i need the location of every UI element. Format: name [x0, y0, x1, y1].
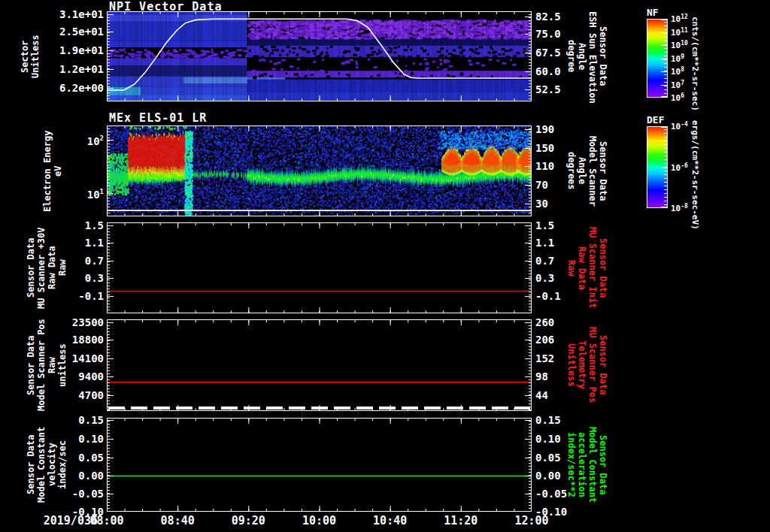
panel2-right-axis-label: Sensor Data Model Scanner Angle degrees: [566, 125, 608, 216]
panel2-left-axis-label: Electron Energy eV: [42, 125, 63, 216]
colorbar-name-nf: NF: [647, 7, 659, 18]
y2-axis-tick-label: 52.5: [535, 84, 561, 95]
colorbar-tick-label: 109: [671, 53, 684, 64]
y2-axis-tick-label: 206: [535, 334, 554, 345]
y2-axis-tick-label: 0.15: [535, 415, 561, 425]
x-tick-label: 08:40: [146, 514, 209, 527]
y2-axis-tick-label: 30: [535, 198, 548, 209]
y2-axis-tick-label: 67.5: [535, 47, 561, 58]
x-tick-label: 12:00: [500, 514, 563, 527]
x-tick-label: 11:20: [429, 514, 493, 527]
x-tick-label: 10:40: [359, 514, 422, 527]
y2-axis-tick-label: 44: [535, 390, 548, 401]
y-axis-tick-label: 1.2e+01: [50, 64, 104, 74]
colorbar-tick-label: 1010: [671, 40, 688, 51]
colorbar-tick-label: 10-8: [671, 203, 688, 214]
colorbar-nf: [647, 19, 668, 98]
y-axis-tick-label: 3.1e+01: [50, 9, 104, 20]
y2-axis-tick-label: 60.0: [535, 66, 561, 77]
y2-axis-tick-label: 152: [535, 353, 554, 364]
y2-axis-tick-label: 150: [535, 143, 554, 153]
quicklook-plot-figure: NPI Vector Data MEx ELS-01 LR 3.1e+012.5…: [0, 0, 770, 532]
y2-axis-tick-label: 1.5: [535, 220, 554, 231]
panel4-left-axis-label: Sensor Data Model Scanner Pos Raw unitle…: [26, 319, 68, 411]
x-tick-label: 09:20: [217, 514, 280, 527]
line-plot-2: [107, 222, 532, 313]
y2-axis-tick-label: 110: [535, 161, 554, 171]
y2-axis-tick-label: 190: [535, 124, 554, 135]
panel1-left-axis-label: Sector Unitless: [20, 11, 41, 101]
y2-axis-tick-label: 0.7: [535, 255, 554, 266]
els-spectrogram-plot: [107, 125, 532, 216]
panel2-title: MEx ELS-01 LR: [109, 111, 207, 125]
y2-axis-tick-label: 1.1: [535, 237, 554, 248]
y2-axis-tick-label: -0.05: [535, 488, 567, 499]
panel3-left-axis-label: Sensor Data MU Scanner +30V Raw Data Raw: [26, 222, 68, 313]
y2-axis-tick-label: 82.5: [535, 11, 561, 22]
y2-axis-tick-label: 0.05: [535, 452, 561, 463]
x-tick-label: 08:00: [75, 514, 138, 527]
colorbar-name-def: DEF: [647, 114, 664, 125]
y-axis-tick-label: 6.2e+00: [50, 83, 104, 93]
y2-axis-tick-label: 0.3: [535, 273, 554, 283]
x-tick-label: 10:00: [288, 514, 351, 527]
colorbar-tick-label: 10-6: [671, 162, 688, 173]
y2-axis-tick-label: 70: [535, 180, 548, 190]
colorbar-unit-def: ergs/(cm**2-sr-sec-eV): [690, 120, 699, 225]
line-plot-4: [107, 418, 532, 512]
y-axis-tick-label: 2.5e+01: [50, 26, 104, 37]
colorbar-tick-label: 1012: [671, 14, 688, 25]
y2-axis-tick-label: 0.10: [535, 434, 561, 444]
colorbar-tick-label: 108: [671, 66, 684, 77]
panel3-right-axis-label: Sensor Data MU Scanner Init Raw Data Raw: [566, 222, 608, 313]
panel5-left-axis-label: Sensor Data Model Constant velocity inde…: [26, 418, 68, 512]
y2-axis-tick-label: 0.00: [535, 470, 561, 481]
y-axis-tick-label: 1.9e+01: [50, 45, 104, 56]
panel1-right-axis-label: Sensor Data ESH Sun Elevation Angle degr…: [566, 11, 608, 101]
panel5-right-axis-label: Sensor Data Model Constant acceleration …: [566, 418, 608, 512]
colorbar-tick-label: 106: [671, 92, 684, 104]
y2-axis-tick-label: 75.0: [535, 29, 561, 39]
y2-axis-tick-label: 260: [535, 317, 554, 328]
colorbar-tick-label: 1011: [671, 26, 688, 38]
npi-spectrogram-plot: [107, 11, 532, 101]
colorbar-def: [647, 126, 668, 208]
colorbar-unit-nf: cnts/(cm**2-sr-sec): [690, 13, 699, 114]
colorbar-tick-label: 10-4: [671, 121, 688, 132]
y2-axis-tick-label: -0.1: [535, 291, 561, 301]
panel4-right-axis-label: Sensor Data MU Scanner Pos Telemetry Uni…: [566, 319, 608, 411]
line-plot-3: [107, 319, 532, 411]
colorbar-tick-label: 107: [671, 79, 684, 90]
y2-axis-tick-label: 98: [535, 371, 548, 382]
